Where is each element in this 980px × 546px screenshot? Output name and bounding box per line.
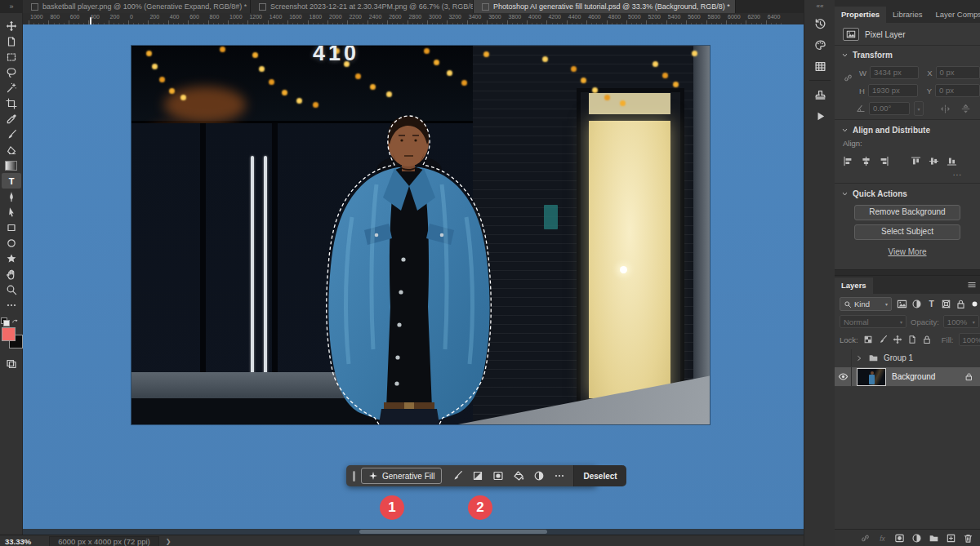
- align-section-header[interactable]: Align and Distribute: [835, 122, 980, 137]
- screen-mode-tool[interactable]: [2, 355, 21, 371]
- palette-panel-button[interactable]: [808, 35, 831, 55]
- tab-libraries[interactable]: Libraries: [886, 7, 929, 23]
- pattern-panel-button[interactable]: [808, 56, 831, 76]
- foreground-color-swatch[interactable]: [2, 327, 16, 341]
- remove-background-button[interactable]: Remove Background: [854, 205, 960, 220]
- deselect-button[interactable]: Deselect: [573, 465, 626, 486]
- invert-button[interactable]: [470, 468, 485, 483]
- adjustment-button[interactable]: [532, 468, 546, 483]
- taskbar-grip-handle[interactable]: [353, 471, 355, 482]
- layers-adjustment-button[interactable]: [911, 530, 922, 545]
- rect-tool[interactable]: [2, 220, 21, 235]
- filter-toggle-icon[interactable]: [969, 296, 980, 311]
- wand-tool[interactable]: [2, 80, 21, 95]
- canvas-area[interactable]: 410: [23, 24, 804, 529]
- type-tool[interactable]: T: [2, 173, 21, 189]
- photo-layer-selection[interactable]: 410: [131, 46, 710, 424]
- layer-effects-button[interactable]: fx: [877, 530, 888, 545]
- layer-row-group-1[interactable]: Group 1: [835, 349, 980, 366]
- document-tab-2[interactable]: Screenshot 2023-12-21 at 2.30.34PM.png @…: [251, 0, 474, 13]
- shape-tool[interactable]: [2, 251, 21, 266]
- align-hc-button[interactable]: [861, 153, 871, 168]
- marquee-tool[interactable]: [2, 49, 21, 64]
- lock-artboard-button[interactable]: [907, 335, 917, 344]
- layer-name[interactable]: Background: [892, 372, 935, 381]
- default-colors-icon[interactable]: [1, 317, 9, 326]
- tab-layers[interactable]: Layers: [835, 277, 873, 294]
- tab-layer-comps[interactable]: Layer Comps: [929, 7, 980, 23]
- lock-lock-button[interactable]: [922, 335, 932, 344]
- sparkle-icon: [368, 471, 378, 481]
- fill-bucket-button[interactable]: [511, 468, 526, 483]
- chevron-right-icon[interactable]: [855, 353, 863, 362]
- hand-tool[interactable]: [2, 266, 21, 282]
- align-vc-button[interactable]: [929, 153, 939, 168]
- layers-mask-button[interactable]: [894, 530, 905, 545]
- align-more-button[interactable]: ...: [835, 168, 980, 177]
- transform-section-header[interactable]: Transform: [835, 47, 980, 62]
- more-button[interactable]: [552, 468, 567, 483]
- kind-filter-select[interactable]: Kind ▾: [840, 297, 892, 311]
- layers-trash-button[interactable]: [963, 530, 973, 545]
- layers-plus-square-button[interactable]: [946, 530, 956, 545]
- ruler-label: 400: [170, 14, 180, 20]
- layers-folder-button[interactable]: [929, 530, 939, 545]
- align-right-button[interactable]: [879, 153, 889, 168]
- tab-properties[interactable]: Properties: [835, 7, 886, 23]
- zoom-tool[interactable]: [2, 282, 21, 297]
- brush-button[interactable]: [450, 468, 465, 483]
- layer-thumbnail[interactable]: [857, 368, 886, 386]
- tab-close-icon[interactable]: [259, 3, 266, 11]
- view-more-link[interactable]: View More: [835, 247, 980, 256]
- move-tool[interactable]: [2, 18, 21, 33]
- flip-h-icon: [940, 104, 951, 114]
- history-panel-button[interactable]: [808, 14, 831, 33]
- status-chevron-icon[interactable]: ❯: [166, 538, 172, 545]
- tab-close-icon[interactable]: [31, 3, 38, 11]
- y-field: 0 px: [935, 84, 980, 97]
- pen-tool[interactable]: [2, 189, 21, 204]
- tab-close-icon[interactable]: [482, 3, 489, 11]
- stamp-panel-button[interactable]: [808, 85, 831, 104]
- scrollbar-handle[interactable]: [359, 530, 547, 534]
- align-top-button[interactable]: [911, 153, 921, 168]
- select-tool[interactable]: [2, 204, 21, 220]
- select-subject-button[interactable]: Select Subject: [854, 224, 960, 240]
- play-panel-button[interactable]: [808, 106, 831, 126]
- generative-fill-button[interactable]: Generative Fill: [361, 468, 442, 484]
- align-bottom-button[interactable]: [947, 153, 957, 168]
- eyedropper-tool[interactable]: [2, 111, 21, 127]
- expand-panels-icon[interactable]: ««: [804, 0, 835, 12]
- filter-lock-button[interactable]: [956, 296, 966, 311]
- visibility-toggle-eye-icon[interactable]: [835, 367, 852, 386]
- lasso-tool[interactable]: [2, 64, 21, 80]
- mask-button[interactable]: [491, 468, 506, 483]
- filter-type-button[interactable]: T: [926, 296, 937, 311]
- lock-move-button[interactable]: [893, 335, 902, 344]
- eraser-tool[interactable]: [2, 142, 21, 158]
- filter-image-button[interactable]: [897, 296, 907, 311]
- layers-link-button[interactable]: [860, 530, 871, 545]
- brush-tool[interactable]: [2, 127, 21, 142]
- artboard-tool[interactable]: [2, 33, 21, 49]
- ellipse-tool[interactable]: [2, 235, 21, 251]
- lock-brush-button[interactable]: [878, 335, 888, 344]
- toolbar-collapse-icon[interactable]: »: [0, 0, 23, 13]
- horizontal-scrollbar[interactable]: [23, 529, 804, 535]
- more-tool[interactable]: [2, 297, 21, 313]
- layer-row-background[interactable]: Background: [835, 367, 980, 386]
- gradient-tool[interactable]: [2, 158, 21, 173]
- crop-tool[interactable]: [2, 95, 21, 111]
- document-tab-1[interactable]: basketball player.png @ 100% (Generative…: [23, 0, 251, 13]
- quick-actions-header[interactable]: Quick Actions: [835, 186, 980, 201]
- align-left-button[interactable]: [843, 153, 853, 168]
- document-tab-3-active[interactable]: Photoshop AI generative fill tutorial.ps…: [474, 0, 736, 13]
- visibility-toggle[interactable]: [835, 349, 852, 366]
- filter-frame-button[interactable]: [941, 296, 951, 311]
- layer-name[interactable]: Group 1: [884, 353, 913, 362]
- filter-adjustment-button[interactable]: [911, 296, 922, 311]
- ruler-label: 4000: [528, 14, 541, 20]
- lock-checker-button[interactable]: [863, 335, 873, 344]
- zoom-level-field[interactable]: 33.33%: [0, 537, 38, 546]
- panel-menu-icon[interactable]: [967, 277, 977, 291]
